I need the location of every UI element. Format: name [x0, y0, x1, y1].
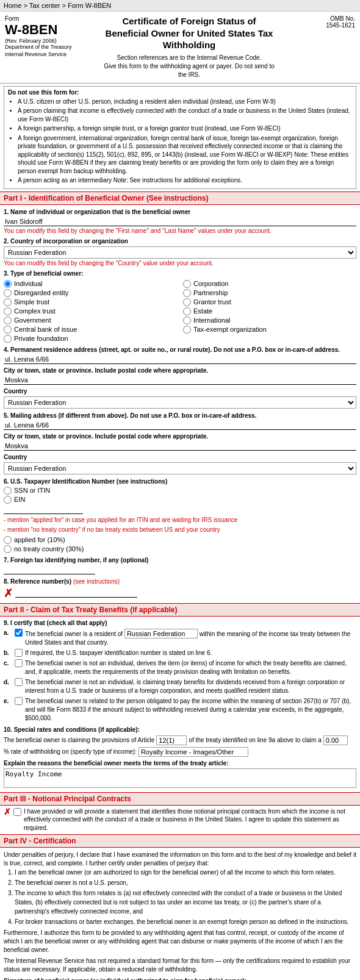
part2-body: 9. I certify that (check all that apply)… — [0, 619, 360, 789]
sig-label: Signature of beneficial owner (or indivi… — [4, 977, 356, 980]
part3-body: ✗ I have provided or will provide a stat… — [0, 807, 360, 832]
treaty-b-checkbox[interactable] — [15, 649, 23, 657]
q6-applied-row: applied for (10%) — [4, 536, 356, 544]
q2-label: 2. Country of incorporation or organizat… — [4, 237, 356, 245]
treaty-row-a: a. The beneficial owner is a resident of… — [4, 629, 356, 647]
breadcrumb-home[interactable]: Home — [4, 2, 21, 9]
radio-privatefound: Private foundation — [4, 335, 177, 343]
q5-city-label: City or town, state or province. Include… — [4, 432, 356, 440]
explain-label: Explain the reasons the beneficial owner… — [4, 759, 356, 767]
q5-address-input[interactable] — [4, 421, 356, 430]
form-label-text: Form — [5, 15, 72, 22]
q6-ssn-label: SSN or ITIN — [14, 487, 50, 494]
treaty-row-c: c. The beneficial owner is not an indivi… — [4, 659, 356, 676]
form-title-heading: Certificate of Foreign Status of Benefic… — [72, 15, 306, 51]
article-line: The beneficial owner is claiming the pro… — [4, 735, 356, 757]
radio-disregarded: Disregarded entity — [4, 289, 177, 297]
treaty-a-country-input[interactable] — [124, 629, 198, 638]
radio-estate-input[interactable] — [183, 307, 191, 315]
donot-item-2: A person claiming that income is effecti… — [18, 107, 352, 123]
q6-tin-input[interactable] — [4, 505, 83, 514]
form-number: W-8BEN — [5, 22, 72, 38]
radio-taxexempt: Tax-exempt organization — [183, 326, 356, 334]
irs-text: The Internal Revenue Service has not req… — [4, 957, 356, 974]
donot-item-5: A person acting as an intermediary Note:… — [18, 176, 352, 185]
part3-checkbox[interactable] — [13, 808, 21, 816]
radio-privatefound-input[interactable] — [4, 335, 12, 343]
q8-input[interactable] — [15, 588, 137, 598]
treaty-d-checkbox[interactable] — [15, 678, 23, 686]
donot-section: Do not use this form for: A U.S. citizen… — [4, 86, 356, 189]
radio-individual-input[interactable] — [4, 280, 12, 288]
q5-city-input[interactable] — [4, 442, 356, 451]
q6-ssn-radio[interactable] — [4, 487, 12, 495]
form-subtitle: Section references are to the Internal R… — [72, 54, 306, 79]
breadcrumb: Home > Tax center > Form W-8BEN — [0, 0, 360, 12]
q4-country-select[interactable]: Russian Federation — [4, 396, 356, 409]
furthermore-text: Furthermore, I authorize this form to be… — [4, 929, 356, 954]
radio-estate: Estate — [183, 307, 356, 315]
q7-label: 7. Foreign tax identifying number, if an… — [4, 556, 356, 564]
donot-item-1: A U.S. citizen or other U.S. person, inc… — [18, 98, 352, 106]
q1-input[interactable] — [4, 217, 356, 226]
q1-label: 1. Name of individual or organization th… — [4, 208, 356, 216]
radio-disregarded-input[interactable] — [4, 289, 12, 297]
part1-body: 1. Name of individual or organization th… — [0, 208, 360, 600]
omb-block: OMB No. 1545-1621 — [306, 15, 355, 79]
q5-country-select[interactable]: Russian Federation — [4, 462, 356, 474]
q2-country-select[interactable]: Russian Federation — [4, 246, 356, 259]
form-id-block: Form W-8BEN (Rev. February 2006) Departm… — [5, 15, 72, 79]
radio-grantortrust-input[interactable] — [183, 298, 191, 306]
breadcrumb-form: Form W-8BEN — [68, 2, 111, 9]
q7-input[interactable] — [4, 565, 95, 574]
q2-section: 2. Country of incorporation or organizat… — [4, 237, 356, 266]
treaty-row-d: d. The beneficial owner is not an indivi… — [4, 678, 356, 695]
q6-ein-radio[interactable] — [4, 496, 12, 504]
q4-city-input[interactable] — [4, 376, 356, 385]
radio-partnership-input[interactable] — [183, 289, 191, 297]
q6-note1: - mention "applied for" in case you appl… — [4, 516, 356, 524]
q8-label: 8. Reference number(s) (see instructions… — [4, 578, 356, 585]
radio-centralbank-input[interactable] — [4, 326, 12, 334]
q6-label: 6. U.S. Taxpayer Identification Number (… — [4, 477, 356, 485]
treaty-e-checkbox[interactable] — [15, 697, 23, 705]
radio-simpletrust-input[interactable] — [4, 298, 12, 306]
q9-label: 9. I certify that (check all that apply) — [4, 619, 356, 627]
q6-applied-label: applied for (10%) — [14, 536, 65, 543]
q7-section: 7. Foreign tax identifying number, if an… — [4, 556, 356, 574]
q10-rate-input[interactable] — [323, 735, 348, 745]
q5-section: 5. Mailing address (if different from ab… — [4, 412, 356, 474]
q6-ein-row: EIN — [4, 496, 356, 504]
q1-note: You can modify this field by changing th… — [4, 227, 356, 234]
radio-government-input[interactable] — [4, 317, 12, 324]
radio-international-input[interactable] — [183, 317, 191, 324]
part4-header: Part IV - Certification — [0, 834, 360, 848]
q4-address-input[interactable] — [4, 355, 356, 364]
q10-article-input[interactable] — [156, 735, 187, 745]
breadcrumb-sep1: > — [23, 2, 27, 9]
q10-label: 10. Special rates and conditions (if app… — [4, 726, 356, 734]
treaty-c-checkbox[interactable] — [15, 659, 23, 667]
radio-complextrust-input[interactable] — [4, 307, 12, 315]
part1-header: Part I - Identification of Beneficial Ow… — [0, 191, 360, 205]
q10-income-input[interactable] — [139, 747, 248, 757]
radio-individual: Individual — [4, 280, 177, 288]
breadcrumb-taxcenter[interactable]: Tax center — [29, 2, 60, 9]
q6-note2: - mention "no treaty country" if no tax … — [4, 526, 356, 534]
q6-ein-label: EIN — [14, 496, 25, 503]
radio-partnership: Partnership — [183, 289, 356, 297]
q5-country-label: Country — [4, 453, 356, 461]
form-rev: (Rev. February 2006) — [5, 38, 72, 44]
cert-item-2: The beneficial owner is not a U.S. perso… — [15, 878, 356, 887]
q6-ssn-row: SSN or ITIN — [4, 487, 356, 495]
radio-taxexempt-input[interactable] — [183, 326, 191, 334]
radio-corporation: Corporation — [183, 280, 356, 288]
q5-label: 5. Mailing address (if different from ab… — [4, 412, 356, 420]
treaty-a-checkbox[interactable] — [15, 629, 23, 637]
explain-textarea[interactable]: Royalty Income — [4, 768, 356, 788]
q3-label: 3. Type of beneficial owner: — [4, 270, 356, 277]
cert-item-3: The income to which this form relates is… — [15, 889, 356, 916]
q6-notreaty-radio[interactable] — [4, 545, 12, 553]
radio-corporation-input[interactable] — [183, 280, 191, 288]
q6-applied-radio[interactable] — [4, 536, 12, 544]
